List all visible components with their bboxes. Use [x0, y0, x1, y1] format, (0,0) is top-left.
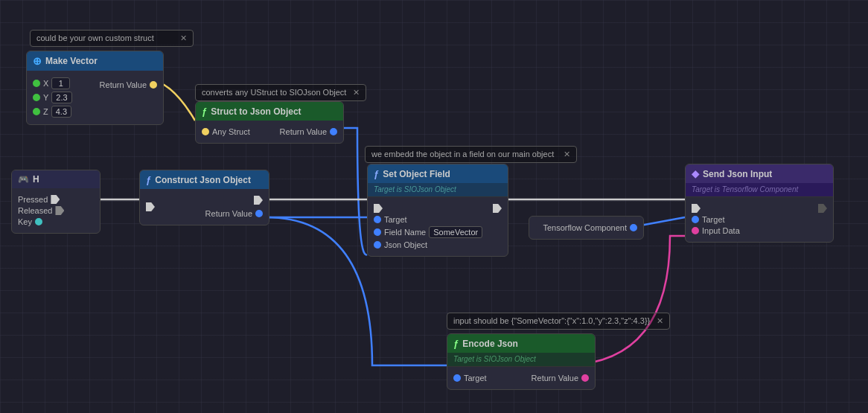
pin-any-struct-input[interactable] [202, 128, 209, 135]
pin-row-z: Z 4.3 [33, 106, 72, 118]
send-exec-in [692, 204, 740, 213]
pin-encode-return[interactable] [581, 374, 589, 382]
pin-pressed-exec[interactable] [51, 195, 60, 204]
make-vector-header: ⊕ Make Vector [27, 51, 163, 71]
send-exec-out [818, 204, 827, 213]
pin-any-struct: Any Struct [202, 127, 250, 136]
pin-construct-exec-out[interactable] [254, 196, 263, 205]
pin-row-y: Y 2.3 [33, 92, 72, 103]
pin-row-return-value: Return Value [100, 80, 157, 89]
tensorflow-pin: Tensorflow Component [535, 223, 637, 232]
pin-row-x: X 1 [33, 77, 72, 89]
send-json-input-node: ◆ Send Json Input Target is Tensorflow C… [685, 164, 834, 243]
pin-return-yellow[interactable] [150, 81, 157, 89]
set-object-field-header: ƒ Set Object Field [368, 164, 508, 183]
set-exec-in [374, 204, 482, 213]
comment-custom-struct: could be your own custom struct ✕ [30, 30, 194, 47]
pin-key: Key [18, 217, 94, 226]
encode-json-node: ƒ Encode Json Target is SIOJson Object T… [447, 333, 596, 390]
set-target: Target [374, 215, 482, 224]
pin-key-output[interactable] [35, 218, 42, 225]
pin-return-blue[interactable] [330, 128, 337, 135]
encode-json-header: ƒ Encode Json [447, 334, 595, 353]
pin-set-json-object[interactable] [374, 241, 381, 249]
h-input-node: 🎮 H Pressed Released Key [11, 170, 100, 234]
pin-tensorflow[interactable] [630, 224, 637, 231]
encode-return: Return Value [532, 374, 589, 382]
pin-pressed: Pressed [18, 195, 94, 204]
set-exec-out [493, 204, 502, 213]
pin-set-exec-out[interactable] [493, 204, 502, 213]
construct-return: Return Value [205, 209, 263, 218]
pin-construct-return[interactable] [255, 210, 263, 217]
pin-send-exec-in[interactable] [692, 204, 701, 213]
struct-to-json-node: ƒ Struct to Json Object Any Struct Retur… [195, 101, 344, 144]
pin-set-target[interactable] [374, 216, 381, 223]
pin-y-input[interactable] [33, 94, 40, 101]
make-vector-node: ⊕ Make Vector X 1 Y 2.3 [26, 51, 164, 125]
pin-z-input[interactable] [33, 108, 40, 115]
set-field-name: Field Name SomeVector [374, 226, 482, 238]
h-header: 🎮 H [12, 170, 100, 188]
pin-send-input-data[interactable] [692, 227, 699, 234]
make-vector-body: X 1 Y 2.3 Z 4.3 Re [27, 71, 163, 124]
encode-target: Target [453, 374, 487, 382]
send-target: Target [692, 215, 740, 224]
pin-released: Released [18, 206, 94, 215]
blueprint-canvas: ⬡ could be your own custom struct ✕ [0, 0, 868, 413]
comment-input: input should be {"SomeVector":{"x":1.0,"… [447, 313, 670, 330]
comment-embedd: we embedd the object in a field on our m… [365, 146, 577, 163]
pin-construct-exec-in[interactable] [146, 202, 155, 211]
construct-exec-in [146, 202, 155, 211]
pin-set-field-name[interactable] [374, 228, 381, 236]
set-json-object: Json Object [374, 240, 482, 249]
pin-set-exec-in[interactable] [374, 204, 383, 213]
pin-x-input[interactable] [33, 80, 40, 87]
set-object-field-node: ƒ Set Object Field Target is SIOJson Obj… [367, 164, 508, 257]
construct-exec-out [254, 196, 263, 205]
pin-send-exec-out[interactable] [818, 204, 827, 213]
comment-converts: converts any UStruct to SIOJson Object ✕ [195, 84, 366, 101]
send-json-header: ◆ Send Json Input [686, 164, 833, 183]
struct-to-json-header: ƒ Struct to Json Object [196, 102, 343, 121]
construct-json-header: ƒ Construct Json Object [140, 170, 269, 189]
tensorflow-node: Tensorflow Component [529, 216, 644, 240]
pin-encode-target[interactable] [453, 374, 461, 382]
pin-send-target[interactable] [692, 216, 699, 223]
send-input-data: Input Data [692, 226, 740, 235]
pin-return-value-right: Return Value [280, 127, 337, 136]
construct-json-node: ƒ Construct Json Object Return Value [139, 170, 269, 225]
pin-released-exec[interactable] [55, 206, 64, 215]
